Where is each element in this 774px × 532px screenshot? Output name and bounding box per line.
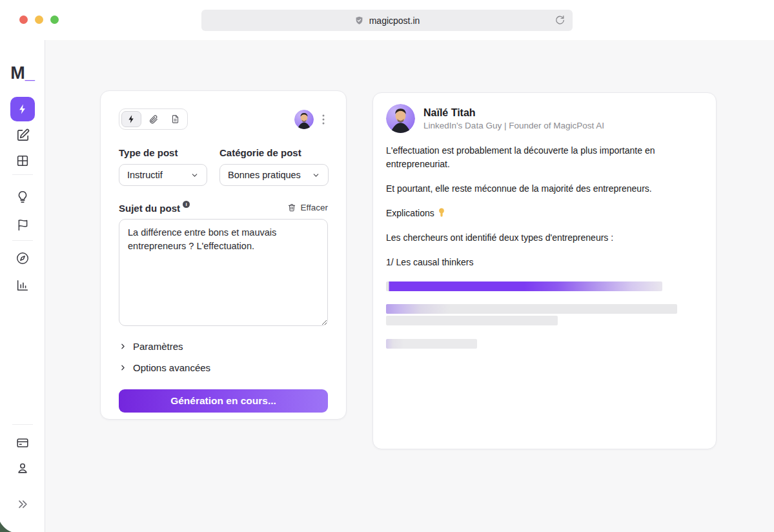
post-type-field: Type de post Instructif <box>119 147 207 186</box>
skeleton-bar <box>386 316 558 325</box>
compose-icon <box>15 128 30 143</box>
app-content: M_ <box>0 40 774 532</box>
browser-window: magicpost.in M_ <box>0 0 774 532</box>
lightning-bolt-icon <box>127 114 136 124</box>
window-controls <box>19 15 59 24</box>
maximize-window-button[interactable] <box>50 15 59 24</box>
chevron-down-icon <box>190 171 199 179</box>
compass-icon <box>15 251 30 265</box>
chevron-right-icon <box>119 363 127 372</box>
chevron-down-icon <box>312 171 320 179</box>
post-category-value: Bonnes pratiques <box>228 170 301 180</box>
sidebar-item-flagged[interactable] <box>0 218 45 232</box>
user-avatar[interactable] <box>294 110 314 129</box>
post-category-field: Catégorie de post Bonnes pratiques <box>219 147 329 186</box>
post-body: L'effectuation est probablement la décou… <box>386 144 703 269</box>
post-paragraph: L'effectuation est probablement la décou… <box>386 144 703 171</box>
skeleton-bar <box>386 304 677 314</box>
post-paragraph: Les chercheurs ont identifié deux types … <box>386 231 703 245</box>
minimize-window-button[interactable] <box>35 15 43 24</box>
sidebar-item-discover[interactable] <box>0 251 45 265</box>
sidebar-divider <box>12 174 33 175</box>
author-info: Naïlé Titah LinkedIn's Data Guy | Founde… <box>423 107 604 130</box>
lightning-bolt-icon <box>17 103 28 115</box>
generator-panel: Type de post Instructif Catégorie de pos… <box>100 90 347 420</box>
browser-toolbar: magicpost.in <box>0 0 774 40</box>
skeleton-bar <box>386 281 662 291</box>
parameters-toggle[interactable]: Paramètres <box>119 341 328 352</box>
bar-chart-icon <box>15 278 30 292</box>
post-type-value: Instructif <box>127 170 163 180</box>
post-paragraph: Explications <box>386 207 703 220</box>
address-bar[interactable]: magicpost.in <box>201 10 573 31</box>
sidebar-item-compose[interactable] <box>0 128 45 143</box>
post-paragraph: 1/ Les causal thinkers <box>386 256 703 269</box>
flag-icon <box>16 218 30 232</box>
kebab-menu-icon[interactable] <box>319 114 328 125</box>
advanced-options-toggle[interactable]: Options avancées <box>119 362 328 373</box>
info-icon[interactable]: i <box>183 201 190 208</box>
mode-attachment-button[interactable] <box>143 111 163 127</box>
post-type-label: Type de post <box>119 147 207 158</box>
post-preview-panel: Naïlé Titah LinkedIn's Data Guy | Founde… <box>372 92 717 449</box>
lightbulb-icon <box>15 190 30 204</box>
reload-icon[interactable] <box>554 14 566 26</box>
author-avatar <box>386 104 415 133</box>
mode-quick-generate-button[interactable] <box>121 111 141 127</box>
input-mode-toolbar <box>119 108 188 130</box>
close-window-button[interactable] <box>19 15 28 24</box>
trash-icon <box>287 203 296 212</box>
paperclip-icon <box>148 114 159 125</box>
mode-document-button[interactable] <box>165 111 185 127</box>
generate-button[interactable]: Génération en cours... <box>119 389 328 413</box>
post-paragraph: Et pourtant, elle reste méconnue de la m… <box>386 182 703 196</box>
skeleton-bar <box>386 339 477 349</box>
chevron-right-icon <box>119 342 127 351</box>
document-icon <box>170 114 180 124</box>
grid-icon <box>15 154 30 168</box>
user-icon <box>15 461 30 475</box>
post-category-label: Catégorie de post <box>219 147 329 158</box>
skeleton-bars <box>386 281 703 349</box>
sidebar-divider <box>12 240 33 241</box>
sidebar-item-analytics[interactable] <box>0 278 45 292</box>
sidebar-item-generate-active[interactable] <box>10 97 35 121</box>
subject-label: Sujet du post i <box>119 203 190 214</box>
subject-textarea[interactable]: La différence entre bons et mauvais entr… <box>119 219 328 326</box>
sidebar-divider <box>12 424 33 425</box>
sidebar-item-profile[interactable] <box>0 461 45 475</box>
post-type-select[interactable]: Instructif <box>119 164 207 186</box>
sidebar-item-templates[interactable] <box>0 154 45 168</box>
clear-button[interactable]: Effacer <box>287 203 328 212</box>
sidebar: M_ <box>0 40 45 532</box>
corner-decoration <box>0 522 13 532</box>
author-headline: LinkedIn's Data Guy | Founder of MagicPo… <box>423 121 604 130</box>
author-name: Naïlé Titah <box>423 107 604 119</box>
sidebar-expand-button[interactable] <box>0 498 45 511</box>
shield-icon <box>354 15 364 26</box>
post-category-select[interactable]: Bonnes pratiques <box>219 164 329 186</box>
sidebar-item-ideas[interactable] <box>0 190 45 204</box>
pointing-down-emoji <box>437 208 446 218</box>
credit-card-icon <box>15 436 30 450</box>
url-text: magicpost.in <box>369 15 420 26</box>
sidebar-item-billing[interactable] <box>0 436 45 450</box>
app-logo[interactable]: M_ <box>0 63 45 83</box>
chevrons-right-icon <box>16 498 29 511</box>
